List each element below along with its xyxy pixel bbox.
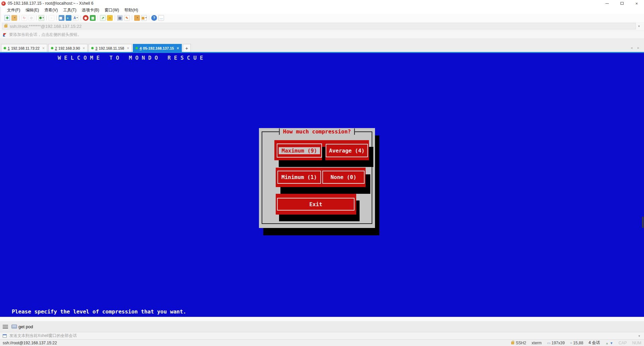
menu-file[interactable]: 文件(F) <box>4 7 23 14</box>
tab-close-icon[interactable]: × <box>83 47 85 50</box>
status-session-count: 4 会话 <box>589 340 600 346</box>
maximum-button[interactable]: Maximum (9) <box>277 143 322 158</box>
toolbar-separator <box>56 15 57 20</box>
tab-scroll-arrows-icon[interactable]: ◂ ▸ <box>631 46 641 50</box>
new-tab-button[interactable]: + <box>183 44 191 52</box>
menu-view[interactable]: 查看(V) <box>42 7 60 14</box>
terminal-screen[interactable]: W E L C O M E T O M O N D O R E S C U E … <box>0 53 644 317</box>
toolbar-separator <box>149 15 149 20</box>
toolbar-separator <box>36 15 37 20</box>
minimum-button[interactable]: Minimum (1) <box>277 171 321 184</box>
open-sessions-icon[interactable] <box>11 15 17 21</box>
none-button-label: None (0) <box>330 174 356 180</box>
tab-close-icon[interactable]: × <box>177 47 179 50</box>
minimum-button-label: Minimum (1) <box>281 174 317 180</box>
reconnect-glyph: ↻ <box>23 16 25 20</box>
menu-help[interactable]: 帮助(H) <box>122 7 141 14</box>
notice-bar: 要添加当前会话，点击左侧的箭头按钮。 <box>0 31 644 38</box>
new-xshell-window-icon[interactable]: ◉ <box>83 15 89 21</box>
toolbar-separator <box>115 15 115 20</box>
highlight-icon[interactable]: ✎ <box>124 15 130 21</box>
caps-lock-indicator: CAP <box>619 341 627 345</box>
tab-session-3[interactable]: 3 192.168.11.158 × <box>89 44 132 52</box>
scrollbar-thumb[interactable] <box>642 217 644 228</box>
keyboard-icon <box>11 325 17 329</box>
web-browser-glyph: ● <box>67 16 69 20</box>
web-browser-icon[interactable]: ● <box>66 15 71 21</box>
tab-close-icon[interactable]: × <box>127 47 129 50</box>
tab-number: 4 <box>140 46 142 50</box>
menu-edit[interactable]: 编辑(E) <box>23 7 42 14</box>
session-properties-icon[interactable]: ✱ <box>39 15 44 21</box>
hamburger-menu-icon[interactable] <box>3 325 8 329</box>
status-connection-url: ssh://root@192.168.137.15:22 <box>3 341 511 345</box>
file-transfer-icon[interactable] <box>134 15 140 21</box>
window-controls: × <box>600 0 644 7</box>
status-cursor-pos: ⌖15,88 <box>570 341 583 345</box>
cursor-icon: ⌖ <box>570 341 572 345</box>
lock-screen-icon[interactable]: ∩ <box>107 15 113 21</box>
feedback-icon[interactable]: … <box>158 15 164 21</box>
font-icon[interactable]: A <box>73 15 78 21</box>
help-icon[interactable]: ? <box>151 15 157 21</box>
arrow-down-icon[interactable]: ▼ <box>610 341 613 345</box>
virtual-keyboard-icon[interactable]: ▤ <box>117 15 123 21</box>
dialog-title: How much compression? <box>279 128 355 135</box>
new-xftp-window-glyph: ▥ <box>91 16 94 20</box>
address-dropdown-icon[interactable]: ▾ <box>636 24 642 28</box>
tile-windows-icon[interactable]: ▦ <box>141 15 147 21</box>
menu-tab[interactable]: 选项卡(B) <box>79 7 102 14</box>
xshell-logo-icon <box>1 1 6 6</box>
session-properties-glyph: ✱ <box>39 16 42 20</box>
average-button[interactable]: Average (4) <box>326 144 368 157</box>
compose-bar: 发送文本到当前Xshell窗口的全部会话 ▾ <box>0 332 644 339</box>
fullscreen-icon[interactable]: ↗ <box>100 15 106 21</box>
connected-dot-icon <box>91 47 94 49</box>
new-xshell-window-glyph: ◉ <box>84 16 87 20</box>
disconnect-icon: ⊘ <box>29 15 34 21</box>
tab-label: 192.168.3.90 <box>58 46 80 50</box>
tab-session-1[interactable]: 1 192.168.11.73:22 × <box>1 44 47 52</box>
toolbar-separator <box>80 15 81 20</box>
none-button[interactable]: None (0) <box>322 171 365 184</box>
exit-button[interactable]: Exit <box>277 198 355 211</box>
average-button-label: Average (4) <box>329 148 365 154</box>
notice-text: 要添加当前会话，点击左侧的箭头按钮。 <box>9 32 82 38</box>
reconnect-icon: ↻ <box>21 15 27 21</box>
toolbar-separator <box>132 15 132 20</box>
address-input[interactable]: ssh://root:*******@192.168.137.15:22 <box>2 23 636 30</box>
disconnect-glyph: ⊘ <box>30 16 33 20</box>
tab-number: 2 <box>55 46 57 50</box>
toolbar-separator <box>46 15 47 20</box>
close-button[interactable]: × <box>629 0 644 7</box>
status-right-cluster: SSH2 xterm ▭197x39 ⌖15,88 4 会话 ▲ ▼ CAP N… <box>511 340 641 346</box>
tab-close-icon[interactable]: × <box>42 47 45 50</box>
tab-session-4-active[interactable]: 4 05-192.168.137.15 × <box>133 44 182 52</box>
tab-label: 192.168.11.73:22 <box>11 46 40 50</box>
send-all-windows-icon[interactable] <box>3 334 7 338</box>
toolbar: ✚ ↻ ⊘ ✱ ○ ▦ ● A ◉ ▥ ↗ ∩ ▤ ✎ ▦ ? … <box>0 14 644 22</box>
maximize-button[interactable] <box>614 0 629 7</box>
new-session-icon[interactable]: ✚ <box>4 15 10 21</box>
menu-tools[interactable]: 工具(T) <box>60 7 79 14</box>
tab-bar: 1 192.168.11.73:22 × 2 192.168.3.90 × 3 … <box>0 38 644 52</box>
compose-input[interactable]: 发送文本到当前Xshell窗口的全部会话 <box>9 333 638 339</box>
tab-label: 05-192.168.137.15 <box>143 46 174 50</box>
window-title: 05-192.168.137.15 - root@localhost:~ - X… <box>8 1 93 6</box>
address-value: ssh://root:*******@192.168.137.15:22 <box>10 24 82 29</box>
menu-window[interactable]: 窗口(W) <box>102 7 122 14</box>
size-value: 197x39 <box>551 341 565 345</box>
layout-icon[interactable]: ▦ <box>59 15 64 21</box>
dialog-help-line: Please specify the level of compression … <box>12 308 186 315</box>
quick-command-get-pod[interactable]: get pod <box>18 324 33 329</box>
exit-button-label: Exit <box>309 201 322 208</box>
session-nav-arrows[interactable]: ▲ ▼ <box>605 341 613 345</box>
connected-dot-icon <box>136 47 138 49</box>
new-session-glyph: ✚ <box>6 16 8 20</box>
ssh-lock-icon <box>511 342 514 344</box>
compose-dropdown-icon[interactable]: ▾ <box>638 334 641 338</box>
new-xftp-window-icon[interactable]: ▥ <box>90 15 96 21</box>
arrow-up-icon[interactable]: ▲ <box>605 341 609 345</box>
minimize-button[interactable] <box>600 0 614 7</box>
tab-session-2[interactable]: 2 192.168.3.90 × <box>48 44 88 52</box>
